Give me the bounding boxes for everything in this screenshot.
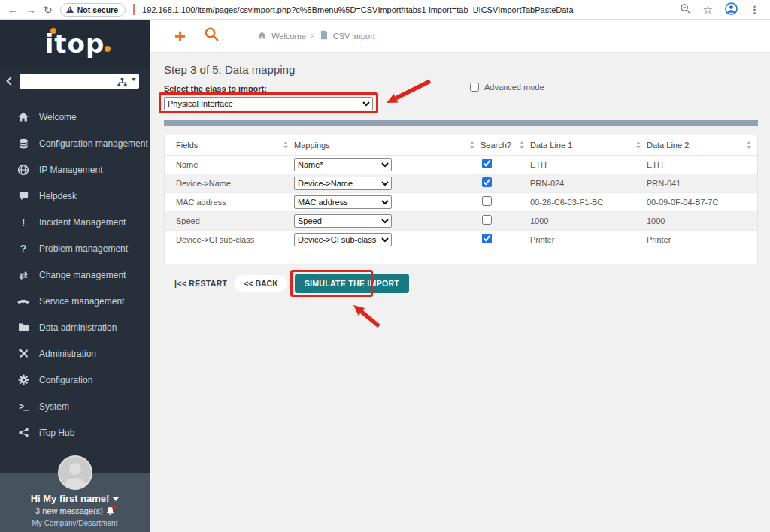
mapping-select[interactable]: MAC address xyxy=(294,195,392,209)
home-icon xyxy=(257,29,267,43)
profile-avatar-icon[interactable] xyxy=(725,2,738,17)
csv-import-step3: Step 3 of 5: Data mapping Select the cla… xyxy=(150,53,770,532)
chevron-down-icon xyxy=(113,497,119,501)
home-icon xyxy=(17,111,30,123)
sort-icon[interactable] xyxy=(283,141,288,149)
global-search-icon[interactable] xyxy=(204,26,220,45)
sidebar-item-configuration-management[interactable]: Configuration management xyxy=(0,130,150,156)
globe-icon xyxy=(17,164,30,176)
question-icon: ? xyxy=(17,243,30,255)
column-header-fields: Fields xyxy=(176,141,279,150)
table-header-row: Fields Mappings Search? Data Line 1 Data… xyxy=(165,135,757,155)
search-checkbox[interactable] xyxy=(482,234,492,243)
mapping-table: Fields Mappings Search? Data Line 1 Data… xyxy=(165,135,757,249)
breadcrumb-current-page: CSV import xyxy=(333,32,375,41)
sort-icon[interactable] xyxy=(747,141,751,149)
bell-icon xyxy=(106,506,114,517)
advanced-mode-label[interactable]: Advanced mode xyxy=(484,83,544,92)
exclamation-icon: ! xyxy=(17,216,30,228)
data-line-2-value: ETH xyxy=(647,155,757,174)
sidebar-item-problem-management[interactable]: ? Problem management xyxy=(0,235,150,261)
not-secure-badge[interactable]: Not secure xyxy=(60,3,126,17)
logo-orange-dot xyxy=(105,46,111,52)
document-icon xyxy=(320,29,329,43)
browser-menu-icon[interactable]: ⋮ xyxy=(750,5,759,14)
warning-icon xyxy=(66,6,74,13)
search-checkbox[interactable] xyxy=(482,215,492,225)
sort-icon[interactable] xyxy=(520,141,524,149)
data-line-2-value: 1000 xyxy=(647,211,757,230)
user-avatar[interactable] xyxy=(58,455,92,490)
address-bar[interactable]: 192.168.1.100/itsm/pages/csvimport.php?c… xyxy=(142,5,672,14)
browser-forward-icon[interactable]: → xyxy=(26,5,36,15)
app-header: + Welcome > CSV import xyxy=(150,20,770,53)
sidebar-item-system[interactable]: >_ System xyxy=(0,393,150,419)
sort-icon[interactable] xyxy=(636,141,641,149)
user-organization: My Company/Department xyxy=(0,519,150,527)
sidebar-item-ip-management[interactable]: IP Management xyxy=(0,156,150,183)
breadcrumb-welcome-link[interactable]: Welcome xyxy=(271,32,306,41)
back-button[interactable]: << BACK xyxy=(235,275,287,292)
sidebar-item-service-management[interactable]: Service management xyxy=(0,288,150,314)
field-name: Device->Name xyxy=(165,174,294,192)
share-icon xyxy=(17,427,30,439)
create-new-icon[interactable]: + xyxy=(174,26,186,46)
handshake-icon xyxy=(17,295,30,307)
mapping-select[interactable]: Device->Name xyxy=(294,177,392,190)
sidebar-item-data-administration[interactable]: Data administration xyxy=(0,314,150,340)
data-line-2-value: Printer xyxy=(647,230,757,249)
search-scope-caret-icon[interactable] xyxy=(132,78,136,81)
sidebar-item-administration[interactable]: Administration xyxy=(0,340,150,367)
breadcrumb: Welcome > CSV import xyxy=(257,29,375,43)
swap-arrows-icon: ⇄ xyxy=(17,269,30,281)
sidebar-item-welcome[interactable]: Welcome xyxy=(0,104,150,130)
itop-logo[interactable]: itop xyxy=(0,20,150,68)
sidebar-collapse-icon[interactable] xyxy=(6,77,14,85)
search-checkbox[interactable] xyxy=(482,196,492,206)
advanced-mode-checkbox[interactable] xyxy=(470,83,479,92)
field-name: MAC address xyxy=(165,192,294,211)
user-messages[interactable]: 3 new message(s) xyxy=(0,506,150,517)
sidebar-item-change-management[interactable]: ⇄ Change management xyxy=(0,261,150,288)
mapping-select[interactable]: Name* xyxy=(294,158,392,171)
zoom-out-icon[interactable] xyxy=(680,3,691,16)
sidebar-item-helpdesk[interactable]: Helpdesk xyxy=(0,183,150,209)
database-icon xyxy=(17,138,30,150)
data-line-1-value: 1000 xyxy=(530,211,647,230)
column-header-mappings: Mappings xyxy=(294,141,465,150)
sidebar-item-itop-hub[interactable]: iTop Hub xyxy=(0,419,150,446)
data-line-1-value: PRN-024 xyxy=(530,174,647,192)
folder-icon xyxy=(17,322,30,334)
mapping-select[interactable]: Device->CI sub-class xyxy=(294,233,392,246)
data-line-1-value: 00-26-C6-03-F1-BC xyxy=(530,192,647,211)
url-divider xyxy=(133,4,135,15)
chat-bubble-icon xyxy=(17,190,30,202)
field-name: Speed xyxy=(165,211,294,230)
user-panel: Hi My first name! 3 new message(s) My Co… xyxy=(0,473,150,532)
not-secure-label: Not secure xyxy=(77,5,118,14)
browser-back-icon[interactable]: ← xyxy=(8,5,18,15)
class-select[interactable]: Physical Interface xyxy=(164,97,373,110)
sidebar: itop Welcome xyxy=(0,20,150,532)
search-checkbox[interactable] xyxy=(482,159,492,168)
sort-icon[interactable] xyxy=(470,141,474,149)
table-top-strip xyxy=(164,120,758,126)
hierarchy-icon[interactable] xyxy=(117,77,127,90)
user-greeting[interactable]: Hi My first name! xyxy=(0,493,150,504)
restart-button[interactable]: |<< RESTART xyxy=(174,279,227,288)
sidebar-item-incident-management[interactable]: ! Incident Management xyxy=(0,209,150,235)
browser-reload-icon[interactable]: ↻ xyxy=(44,5,53,15)
table-row: Speed Speed 1000 1000 xyxy=(165,211,757,230)
table-row: Device->Name Device->Name PRN-024 PRN-04… xyxy=(165,174,757,192)
table-row: MAC address MAC address 00-26-C6-03-F1-B… xyxy=(165,192,757,211)
browser-chrome: ← → ↻ Not secure 192.168.1.100/itsm/page… xyxy=(0,0,770,20)
notification-dot xyxy=(112,505,116,509)
search-checkbox[interactable] xyxy=(482,177,492,187)
column-header-data-line-1: Data Line 1 xyxy=(530,141,632,150)
mapping-select[interactable]: Speed xyxy=(294,214,392,228)
tools-icon xyxy=(17,348,30,360)
sidebar-item-configuration[interactable]: Configuration xyxy=(0,367,150,393)
field-name: Device->CI sub-class xyxy=(165,230,294,249)
simulate-import-button[interactable]: SIMULATE THE IMPORT xyxy=(295,274,409,293)
bookmark-star-icon[interactable]: ☆ xyxy=(703,4,713,15)
